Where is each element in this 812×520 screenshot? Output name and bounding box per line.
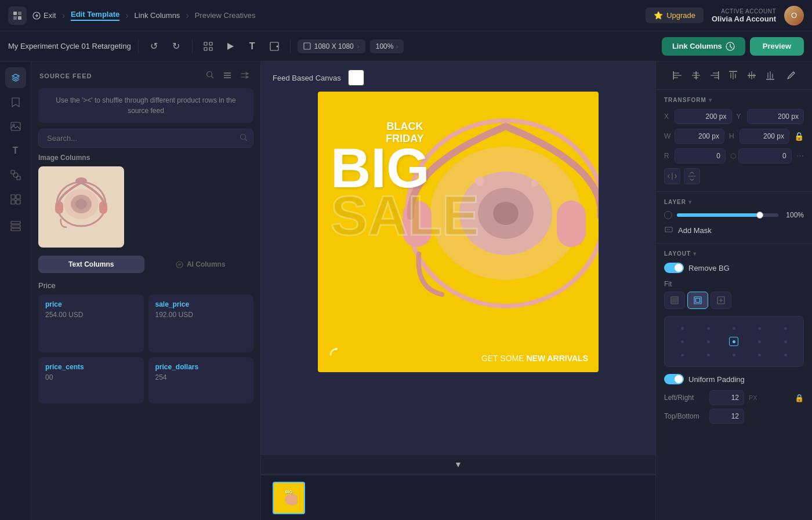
canvas-frame[interactable]: BLACK FRIDAY BIG SALE GET SOME NEW ARRIV…	[318, 92, 599, 372]
ai-columns-tab[interactable]: AI Columns	[148, 256, 254, 273]
search-input[interactable]	[38, 129, 253, 148]
edit-template-label[interactable]: Edit Template	[71, 10, 119, 21]
w-input[interactable]	[675, 129, 724, 144]
flip-v-button[interactable]	[684, 168, 700, 184]
sidebar-item-image[interactable]	[5, 116, 26, 137]
lock-padding-icon[interactable]: 🔒	[795, 394, 804, 402]
pos-cell-12[interactable]	[696, 349, 720, 361]
align-left-button[interactable]	[669, 67, 686, 83]
text-columns-tab[interactable]: Text Columns	[38, 256, 144, 273]
canvas-size-selector[interactable]: 1080 X 1080 ›	[298, 39, 365, 53]
svg-rect-60	[714, 77, 719, 78]
align-top-button[interactable]	[724, 67, 742, 83]
sidebar-item-bookmark[interactable]	[5, 92, 26, 112]
right-panel-edit-icon[interactable]	[782, 67, 800, 83]
remove-bg-toggle[interactable]	[664, 263, 684, 273]
info-box: Use the '><' to shuffle through differen…	[38, 88, 253, 123]
x-input[interactable]	[675, 109, 732, 124]
add-element-button[interactable]	[200, 38, 217, 55]
uniform-padding-label: Uniform Padding	[688, 375, 745, 384]
fit-fill-button[interactable]	[664, 292, 685, 309]
pos-cell-14[interactable]	[748, 349, 771, 361]
pos-cell-11[interactable]	[670, 349, 694, 361]
link-columns-breadcrumb[interactable]: Link Columns	[135, 11, 180, 20]
r-row: R ⬡ ···	[664, 148, 804, 163]
add-mask-label[interactable]: Add Mask	[678, 226, 712, 235]
pos-cell-5[interactable]	[774, 322, 798, 334]
data-card-price-cents[interactable]: price_cents 00	[38, 357, 144, 403]
uniform-padding-toggle[interactable]	[664, 374, 684, 384]
top-bottom-input[interactable]	[709, 409, 744, 424]
pos-cell-10[interactable]	[774, 336, 798, 347]
y-input[interactable]	[747, 109, 804, 124]
image-item[interactable]	[38, 166, 124, 248]
avatar[interactable]: O	[784, 6, 804, 26]
flip-h-button[interactable]	[664, 168, 680, 184]
fit-stretch-button[interactable]	[710, 292, 731, 309]
pos-cell-13[interactable]	[722, 349, 746, 361]
align-center-h-button[interactable]	[687, 67, 705, 83]
pos-cell-2[interactable]	[696, 322, 720, 334]
svg-point-30	[241, 134, 246, 139]
canvas-expand-arrow[interactable]: ▼	[261, 454, 655, 474]
mask-row: Add Mask	[664, 225, 804, 236]
svg-point-11	[276, 45, 278, 47]
panel-list-icon[interactable]	[221, 70, 234, 82]
r-input[interactable]	[675, 148, 726, 163]
left-right-input[interactable]	[709, 390, 744, 405]
pos-cell-15[interactable]	[774, 349, 798, 361]
svg-rect-62	[730, 72, 731, 78]
layer-title: LAYER ▾	[664, 199, 804, 205]
zoom-selector[interactable]: 100% ›	[370, 39, 404, 53]
preview-button[interactable]: Preview	[750, 37, 804, 56]
canvas-color-swatch[interactable]	[348, 70, 364, 86]
svg-rect-20	[16, 195, 20, 199]
pos-cell-3[interactable]	[722, 322, 746, 334]
panel-search-icon[interactable]	[204, 70, 216, 82]
canvas-bottom-text: GET SOME NEW ARRIVALS	[481, 354, 588, 363]
data-card-price[interactable]: price 254.00 USD	[38, 294, 144, 352]
exit-button[interactable]: Exit	[32, 11, 56, 20]
panel-shuffle-icon[interactable]	[238, 70, 252, 82]
toolbar: My Experiment Cycle 01 Retargeting ↺ ↻ T…	[0, 31, 812, 61]
thumbnail-item[interactable]: BIG	[273, 482, 305, 514]
lock-aspect-icon[interactable]: 🔒	[794, 132, 804, 141]
align-right-button[interactable]	[706, 67, 723, 83]
left-icon-sidebar: T	[0, 61, 31, 520]
pos-cell-6[interactable]	[670, 336, 694, 347]
toolbar-divider-3	[290, 39, 291, 53]
sidebar-item-layers2[interactable]	[5, 216, 26, 237]
undo-button[interactable]: ↺	[146, 38, 163, 55]
skew-input[interactable]	[738, 148, 792, 163]
sidebar-item-layers[interactable]	[5, 67, 26, 88]
more-options-dots[interactable]: ···	[796, 151, 804, 161]
h-input[interactable]	[740, 129, 789, 144]
align-bottom-button[interactable]	[762, 67, 779, 83]
sidebar-item-text[interactable]: T	[5, 140, 26, 161]
fit-contain-button[interactable]	[687, 292, 708, 309]
align-middle-v-button[interactable]	[743, 67, 760, 83]
top-bottom-padding-row: Top/Bottom	[664, 409, 804, 424]
pos-cell-4[interactable]	[748, 322, 771, 334]
pos-center-cell[interactable]	[722, 336, 746, 347]
frame-button[interactable]	[266, 38, 283, 55]
panel-header: SOURCE FEED	[31, 61, 260, 88]
svg-rect-29	[224, 77, 231, 78]
data-card-price-dollars[interactable]: price_dollars 254	[148, 357, 254, 403]
upgrade-button[interactable]: ⭐ Upgrade	[646, 8, 704, 23]
headphone-svg	[44, 172, 119, 242]
data-card-sale-price[interactable]: sale_price 192.00 USD	[148, 294, 254, 352]
play-button[interactable]	[222, 38, 239, 55]
account-name: Olivia Ad Account	[712, 14, 776, 23]
opacity-thumb[interactable]	[756, 212, 763, 219]
pos-cell-1[interactable]	[670, 322, 694, 334]
sidebar-item-components[interactable]	[5, 189, 26, 210]
skew-icon: ⬡	[730, 152, 736, 160]
redo-button[interactable]: ↻	[168, 38, 185, 55]
link-columns-button[interactable]: Link Columns	[662, 37, 745, 56]
opacity-slider[interactable]	[677, 213, 778, 217]
sidebar-item-shapes[interactable]	[5, 165, 26, 186]
preview-breadcrumb[interactable]: Preview Creatives	[195, 11, 256, 20]
svg-rect-70	[767, 72, 768, 78]
text-button[interactable]: T	[244, 38, 261, 55]
